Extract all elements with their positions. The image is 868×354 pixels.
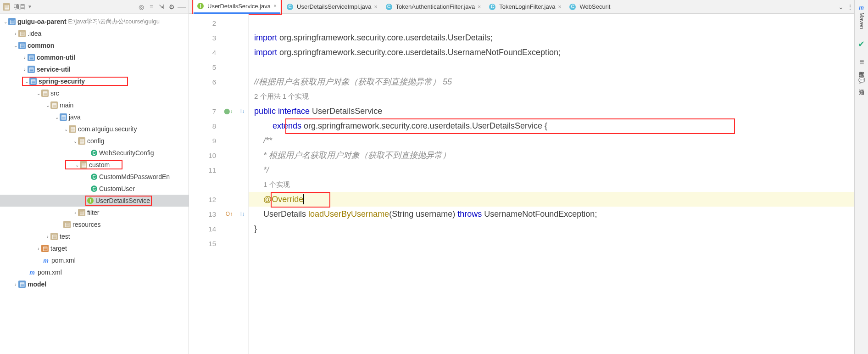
tree-node[interactable]: › ▤ service-util xyxy=(0,63,189,75)
tree-node-custom[interactable]: ⌄ ▤ custom xyxy=(0,159,189,171)
resources-folder-icon: ▤ xyxy=(63,221,71,228)
module-icon: ▤ xyxy=(18,281,26,288)
chevron-right-icon: › xyxy=(13,31,18,36)
module-icon: ▤ xyxy=(18,42,26,49)
database-tab[interactable]: 𝌆 数据库 xyxy=(857,57,865,69)
tree-node[interactable]: › ▤ test xyxy=(0,230,189,242)
check-icon: ✔ xyxy=(858,39,865,49)
module-icon: ▤ xyxy=(29,78,37,85)
implement-icon[interactable]: I↓ xyxy=(240,108,245,114)
editor-panel: I UserDetailsService.java × C UserDetail… xyxy=(189,0,854,354)
source-folder-icon: ▤ xyxy=(60,113,67,121)
project-label: 项目 xyxy=(14,3,26,11)
tree-node[interactable]: ▤ resources xyxy=(0,219,189,230)
chevron-down-icon: ⌄ xyxy=(13,43,18,48)
close-icon[interactable]: × xyxy=(273,3,277,9)
more-icon[interactable]: ⋮ xyxy=(846,3,854,11)
folder-icon: ▤ xyxy=(18,30,26,37)
chevron-right-icon: › xyxy=(45,234,50,239)
class-icon: C xyxy=(91,174,97,180)
tree-node[interactable]: › ▤ .idea xyxy=(0,28,189,39)
tree-node[interactable]: ⌄ ▤ java xyxy=(0,111,189,123)
locate-icon[interactable]: ◎ xyxy=(137,3,145,11)
tree-node[interactable]: m pom.xml xyxy=(0,254,189,266)
tree-node[interactable]: › ▤ common-util xyxy=(0,51,189,63)
close-icon[interactable]: × xyxy=(558,4,561,10)
chevron-down-icon: ⌄ xyxy=(63,127,69,132)
folder-icon: ▤ xyxy=(3,3,10,11)
chevron-down-icon: ⌄ xyxy=(45,103,50,108)
chevron-right-icon: › xyxy=(72,210,78,215)
chevron-down-icon: ⌄ xyxy=(74,163,80,168)
folder-icon: ▤ xyxy=(50,233,58,240)
tree-node[interactable]: ⌄ ▤ src xyxy=(0,87,189,99)
project-panel: ▤ 项目 ▼ ◎ ≡ ⇲ ⚙ — ⌄ ▤ guigu-oa-parent E:\… xyxy=(0,0,189,354)
tree-node[interactable]: C WebSecurityConfig xyxy=(0,147,189,159)
class-icon: C xyxy=(569,4,576,10)
package-icon: ▤ xyxy=(80,161,87,169)
tree-node[interactable]: › ▤ filter xyxy=(0,207,189,219)
tab-tokenauth[interactable]: C TokenAuthenticationFilter.java × xyxy=(382,0,485,14)
chevron-right-icon: › xyxy=(36,246,41,251)
tab-websecurity[interactable]: C WebSecurit xyxy=(566,0,614,14)
chevron-down-icon: ⌄ xyxy=(3,19,8,24)
chevron-down-icon: ⌄ xyxy=(24,79,29,84)
tree-node[interactable]: m pom.xml xyxy=(0,266,189,278)
tree-node[interactable]: C CustomMd5PasswordEn xyxy=(0,171,189,183)
class-icon: C xyxy=(386,4,392,10)
tab-userdetailsserviceimpl[interactable]: C UserDetailsServiceImpl.java × xyxy=(283,0,381,14)
tree-node-spring-security[interactable]: ⌄ ▤ spring-security xyxy=(0,75,189,87)
maven-tab[interactable]: m Maven xyxy=(858,3,865,31)
code-body[interactable]: import org.springframework.security.core… xyxy=(249,14,854,354)
chevron-right-icon: › xyxy=(22,67,28,72)
tree-node[interactable]: C CustomUser xyxy=(0,183,189,195)
gutter: 2 3 4 5 6 7 ⬤↓ I↓ 8 9 10 11 12 13 O↑ I↓ xyxy=(189,14,249,354)
tree-node[interactable]: › ▤ model xyxy=(0,278,189,290)
notify-tab[interactable]: 💬 通知 xyxy=(857,75,865,87)
class-icon: C xyxy=(91,150,97,156)
chevron-down-icon: ▼ xyxy=(28,4,32,9)
collapse-all-icon[interactable]: ⇲ xyxy=(157,3,166,11)
chevron-down-icon: ⌄ xyxy=(72,139,78,144)
tree-node[interactable]: ⌄ ▤ main xyxy=(0,99,189,111)
minimize-icon[interactable]: — xyxy=(178,3,186,11)
expand-all-icon[interactable]: ≡ xyxy=(147,3,156,11)
project-toolbar: ▤ 项目 ▼ ◎ ≡ ⇲ ⚙ — xyxy=(0,0,189,14)
module-icon: ▤ xyxy=(8,18,16,25)
chevron-down-icon: ⌄ xyxy=(36,91,41,96)
interface-icon: I xyxy=(87,197,94,204)
chevron-down-icon[interactable]: ⌄ xyxy=(837,3,845,11)
editor-tabs: I UserDetailsService.java × C UserDetail… xyxy=(189,0,854,14)
implement-icon[interactable]: I↓ xyxy=(240,211,245,217)
gear-icon[interactable]: ⚙ xyxy=(167,3,176,11)
chevron-right-icon: › xyxy=(13,282,18,287)
close-icon[interactable]: × xyxy=(478,4,481,10)
chevron-down-icon: ⌄ xyxy=(54,115,60,120)
tree-node[interactable]: › ▤ target xyxy=(0,242,189,254)
class-icon: C xyxy=(287,4,293,10)
tree-node[interactable]: ⌄ ▤ com.atguigu.security xyxy=(0,123,189,135)
right-toolstrip: m Maven ✔ 𝌆 数据库 💬 通知 xyxy=(854,0,868,354)
tab-userdetailsservice[interactable]: I UserDetailsService.java × xyxy=(194,0,280,14)
tree-root[interactable]: ⌄ ▤ guigu-oa-parent E:\java学习\云尚办公\cours… xyxy=(0,16,189,28)
override-icon[interactable]: O↑ xyxy=(226,211,233,217)
package-icon: ▤ xyxy=(69,125,76,133)
project-dropdown[interactable]: ▤ 项目 ▼ xyxy=(3,3,32,11)
chevron-right-icon: › xyxy=(22,55,28,60)
tree-node-uds[interactable]: I UserDetailsService xyxy=(0,195,189,207)
module-icon: ▤ xyxy=(28,54,35,61)
tree-node[interactable]: ⌄ ▤ config xyxy=(0,135,189,147)
code-editor[interactable]: 2 3 4 5 6 7 ⬤↓ I↓ 8 9 10 11 12 13 O↑ I↓ xyxy=(189,14,854,354)
tab-tokenlogin[interactable]: C TokenLoginFilter.java × xyxy=(485,0,565,14)
project-tree: ⌄ ▤ guigu-oa-parent E:\java学习\云尚办公\cours… xyxy=(0,14,189,354)
close-icon[interactable]: × xyxy=(374,4,378,10)
inherit-icon[interactable]: ⬤↓ xyxy=(224,108,233,114)
module-icon: ▤ xyxy=(28,66,35,73)
folder-icon: ▤ xyxy=(50,101,58,109)
tree-node[interactable]: ⌄ ▤ common xyxy=(0,39,189,51)
package-icon: ▤ xyxy=(78,209,85,216)
target-folder-icon: ▤ xyxy=(41,245,49,252)
class-icon: C xyxy=(489,4,495,10)
interface-icon: I xyxy=(197,3,204,9)
class-icon: C xyxy=(91,185,97,192)
